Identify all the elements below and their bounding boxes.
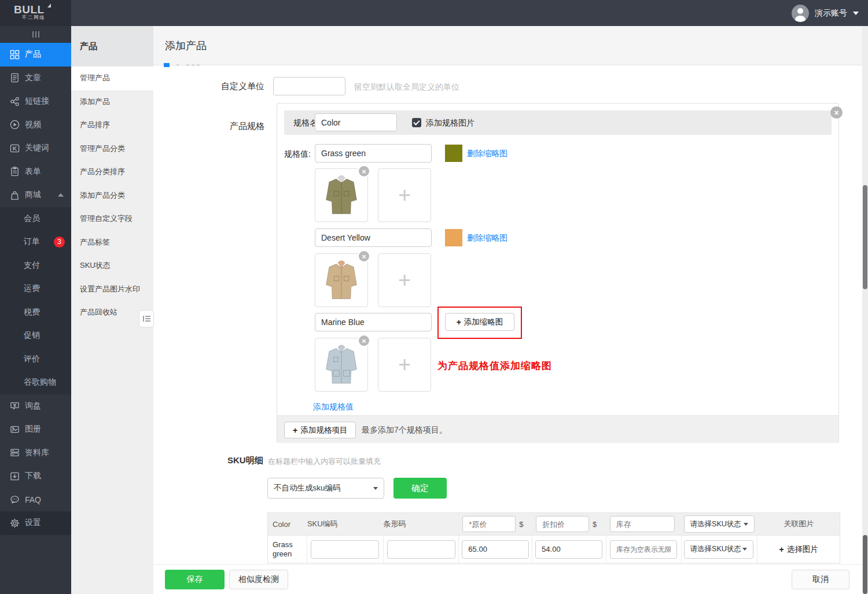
- submenu-item-category-sort[interactable]: 产品分类排序: [71, 160, 153, 184]
- spec-panel-footer: + 添加规格项目 最多添加7个规格项目。: [277, 415, 838, 443]
- col-discount-price: $: [532, 513, 606, 535]
- col-related-image: 关联图片: [757, 513, 840, 535]
- upload-image-button-3[interactable]: +: [378, 338, 431, 392]
- spec-value-input-desert-yellow[interactable]: [315, 228, 432, 247]
- add-spec-item-button[interactable]: + 添加规格项目: [284, 422, 356, 438]
- col-original-price: $: [459, 513, 532, 535]
- submenu-item-product-sort[interactable]: 产品排序: [71, 113, 153, 137]
- sidebar-item-google-shopping[interactable]: 谷歌购物: [0, 371, 71, 394]
- library-icon: [10, 448, 20, 458]
- add-spec-image-checkbox[interactable]: [412, 118, 421, 127]
- col-color: Color: [268, 513, 307, 535]
- page-title: 添加产品: [165, 26, 868, 65]
- jacket-image: [322, 174, 361, 217]
- submenu-item-add-product[interactable]: 添加产品: [71, 90, 153, 114]
- page-header: 添加产品: [153, 26, 868, 65]
- scrollbar-thumb[interactable]: [863, 185, 867, 289]
- sidebar-item-articles[interactable]: 文章: [0, 67, 71, 90]
- jacket-image: [322, 259, 361, 302]
- sidebar-item-shortlinks[interactable]: 短链接: [0, 90, 71, 113]
- submenu-item-watermark[interactable]: 设置产品图片水印: [71, 278, 153, 301]
- save-button[interactable]: 保存: [165, 570, 225, 589]
- keyword-icon: [10, 143, 20, 153]
- add-thumbnail-button[interactable]: + 添加缩略图: [445, 313, 514, 331]
- sidebar-item-taxes[interactable]: 税费: [0, 301, 71, 324]
- sidebar-item-faq[interactable]: FAQ: [0, 488, 71, 512]
- sku-generator-select[interactable]: 不自动生成sku编码: [267, 478, 384, 499]
- sidebar-item-library[interactable]: 资料库: [0, 441, 71, 465]
- spec-value-input-grass-green[interactable]: [315, 144, 432, 163]
- upload-image-button-1[interactable]: +: [378, 168, 431, 222]
- add-spec-value-link[interactable]: 添加规格值: [313, 402, 354, 412]
- row-sku-code-input[interactable]: [311, 540, 379, 559]
- sidebar-item-products[interactable]: 产品: [0, 43, 71, 67]
- sidebar-item-members[interactable]: 会员: [0, 207, 71, 231]
- plus-icon: +: [779, 545, 784, 554]
- collapse-submenu-button[interactable]: [139, 310, 154, 327]
- sidebar-item-mall[interactable]: 商城: [0, 183, 71, 207]
- submenu-item-sku-status[interactable]: SKU状态: [71, 254, 153, 278]
- avatar: [792, 5, 809, 22]
- sidebar-item-shipping[interactable]: 运费: [0, 277, 71, 301]
- chevron-down-icon: [853, 12, 859, 15]
- batch-stock-input[interactable]: [610, 516, 675, 532]
- sidebar-item-keywords[interactable]: 关键词: [0, 136, 71, 160]
- submenu-item-manage-categories[interactable]: 管理产品分类: [71, 137, 153, 161]
- sidebar-item-albums[interactable]: 图册: [0, 418, 71, 441]
- logo: BULL 不二网络: [0, 0, 71, 26]
- spec-name-input[interactable]: [315, 113, 397, 131]
- custom-unit-input[interactable]: [273, 77, 345, 95]
- inquiry-icon: [10, 401, 20, 411]
- spec-value-input-marine-blue[interactable]: [315, 313, 432, 331]
- submenu-item-manage-products[interactable]: 管理产品: [71, 67, 153, 90]
- batch-original-price-input[interactable]: [462, 516, 516, 532]
- sidebar-item-orders[interactable]: 订单3: [0, 230, 71, 254]
- spec-name-bar: 规格名: 添加规格图片: [284, 110, 832, 135]
- sidebar-item-reviews[interactable]: 评价: [0, 348, 71, 371]
- scrollbar-track[interactable]: [862, 26, 868, 594]
- sidebar-collapse-button[interactable]: [0, 26, 71, 43]
- scrollbar-thumb-bottom[interactable]: [863, 535, 867, 594]
- row-discount-price-input[interactable]: [535, 540, 602, 559]
- scrolled-element-remnant: [164, 63, 170, 67]
- col-stock: [606, 513, 682, 535]
- form-icon: [10, 167, 20, 176]
- remove-image-icon[interactable]: ×: [358, 250, 370, 263]
- submenu-item-custom-fields[interactable]: 管理自定义字段: [71, 207, 153, 231]
- row-barcode-input[interactable]: [387, 540, 455, 559]
- row-sku-status-select[interactable]: 请选择SKU状态: [684, 540, 753, 559]
- cancel-button[interactable]: 取消: [792, 570, 849, 589]
- sidebar-item-payments[interactable]: 支付: [0, 254, 71, 278]
- sidebar-item-settings[interactable]: 设置: [0, 511, 71, 535]
- add-spec-image-label: 添加规格图片: [426, 118, 475, 128]
- delete-thumb-link-2[interactable]: 删除缩略图: [467, 233, 507, 243]
- close-icon[interactable]: ×: [830, 106, 843, 119]
- currency-symbol: $: [593, 520, 597, 529]
- submenu-item-add-category[interactable]: 添加产品分类: [71, 184, 153, 208]
- row-original-price-input[interactable]: [462, 540, 529, 559]
- submenu-item-product-tags[interactable]: 产品标签: [71, 231, 153, 254]
- upload-image-button-2[interactable]: +: [378, 253, 431, 307]
- gear-icon: [10, 518, 20, 528]
- sku-table-row: Grass green 请选择SKU状态 + 选择图片: [268, 535, 840, 563]
- sidebar-item-promotions[interactable]: 促销: [0, 324, 71, 348]
- remove-image-icon[interactable]: ×: [358, 334, 370, 347]
- batch-sku-status-select[interactable]: 请选择SKU状态: [684, 515, 755, 533]
- sidebar-item-downloads[interactable]: 下载: [0, 464, 71, 488]
- choose-image-link[interactable]: + 选择图片: [779, 544, 818, 555]
- remove-image-icon[interactable]: ×: [358, 165, 370, 178]
- batch-discount-price-input[interactable]: [536, 516, 589, 532]
- sidebar-item-forms[interactable]: 表单: [0, 160, 71, 184]
- confirm-button[interactable]: 确定: [393, 478, 447, 499]
- submenu-sidebar: 产品 管理产品 添加产品 产品排序 管理产品分类 产品分类排序 添加产品分类 管…: [71, 26, 153, 594]
- sidebar-item-inquiries[interactable]: 询盘: [0, 394, 71, 418]
- submenu-title: 产品: [71, 26, 153, 67]
- similarity-check-button[interactable]: 相似度检测: [229, 570, 288, 589]
- delete-thumb-link-1[interactable]: 删除缩略图: [467, 149, 507, 159]
- video-icon: [10, 120, 20, 130]
- col-sku-status: 请选择SKU状态: [682, 513, 758, 535]
- row-stock-input[interactable]: [610, 540, 677, 559]
- account-menu[interactable]: 演示账号: [792, 5, 859, 22]
- sidebar-item-videos[interactable]: 视频: [0, 113, 71, 137]
- grid-icon: [10, 50, 20, 60]
